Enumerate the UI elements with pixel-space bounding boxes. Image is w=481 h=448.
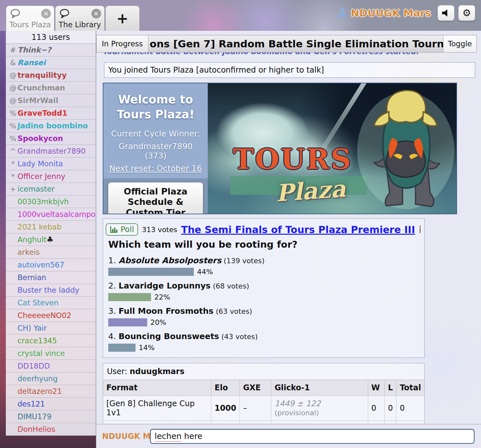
userlist-item[interactable]: +icemaster xyxy=(6,183,96,195)
tournament-bar: In Progress ons [Gen 7] Random Battle Si… xyxy=(96,35,477,53)
user-name: deerhyung xyxy=(18,374,58,383)
poll-option-votes: (43 votes) xyxy=(219,333,258,341)
user-name: 00303mkbjvh xyxy=(18,197,69,206)
settings-button[interactable]: ⚙ xyxy=(458,5,475,21)
userlist-item[interactable]: *Officer Jenny xyxy=(6,170,96,183)
userlist-item[interactable]: crace1345 xyxy=(6,335,96,347)
userlist-item[interactable]: %Jadino boombino xyxy=(6,120,96,132)
ladder-user-name: nduugkmars xyxy=(130,367,184,376)
tab-label: Tours Plaza xyxy=(9,20,51,29)
chat-message-input[interactable]: lechen here xyxy=(150,429,475,444)
close-icon[interactable]: ✕ xyxy=(41,9,51,18)
poll-option[interactable]: 1. Absolute Absolposters (139 votes)44% xyxy=(108,256,420,276)
poll-option[interactable]: 4. Bouncing Bounsweets (43 votes)14% xyxy=(108,332,420,352)
current-user-name: NDUUGK Mars xyxy=(351,7,431,19)
tournament-status-button[interactable]: In Progress xyxy=(97,35,148,52)
userlist-item[interactable]: ^Grandmaster7890 xyxy=(6,145,96,158)
user-name: icemaster xyxy=(18,185,54,193)
welcome-panel: Welcome to Tours Plaza! Current Cycle Wi… xyxy=(103,83,208,214)
user-rank-symbol: % xyxy=(8,122,18,130)
user-name: deltazero21 xyxy=(18,387,62,395)
battle-start-message: Tournament battle between Jadino boombin… xyxy=(103,52,470,57)
user-name: arkeis xyxy=(18,248,40,256)
poll-option[interactable]: 3. Full Moon Frosmoths (63 votes)20% xyxy=(108,306,420,326)
userlist-item[interactable]: autoiven567 xyxy=(6,259,96,271)
userlist-item[interactable]: 00303mkbjvh xyxy=(6,195,96,208)
userlist-item[interactable]: %Spookycon xyxy=(6,132,96,145)
ladder-column-header: Glicko-1 xyxy=(271,380,368,396)
user-area: NDUUGK Mars ⚙ xyxy=(336,5,475,21)
poll-options: 1. Absolute Absolposters (139 votes)44%2… xyxy=(106,256,420,352)
userlist-item[interactable]: Cat Steven xyxy=(6,297,96,309)
userlist-item[interactable]: deltazero21 xyxy=(6,385,96,398)
ladder-cell: 0 xyxy=(368,396,385,421)
userlist-item[interactable]: @tranquilityy xyxy=(6,69,96,82)
ladder-column-header: GXE xyxy=(240,380,271,396)
tournament-title: ons [Gen 7] Random Battle Single Elimina… xyxy=(148,35,443,52)
poll-option-percent: 14% xyxy=(139,344,155,352)
user-rank-symbol: % xyxy=(8,135,18,143)
userlist-count[interactable]: 113 users xyxy=(6,31,96,44)
userlist-item[interactable]: @Crunchman xyxy=(6,82,96,94)
user-name-suffix-icon: ♣ xyxy=(46,235,53,244)
ladder-cell: 0 xyxy=(385,396,396,421)
ladder-cell: 1000 xyxy=(211,396,240,421)
user-name: GraveTodd1 xyxy=(18,109,67,117)
userlist-item[interactable]: CheeeeeNO02 xyxy=(6,309,96,322)
tab-tours-plaza[interactable]: ✕ Tours Plaza xyxy=(6,6,54,31)
poll-after-link: is up! xyxy=(419,224,420,235)
userlist-item[interactable]: #Think~? xyxy=(6,44,96,56)
ladder-column-header: W xyxy=(368,380,385,396)
chat-log[interactable]: Tournament battle between Jadino boombin… xyxy=(96,52,476,423)
close-icon[interactable]: ✕ xyxy=(91,9,101,18)
userlist-item[interactable]: crystal vince xyxy=(6,347,96,360)
tab-the-library[interactable]: ✕ The Library xyxy=(55,6,105,31)
ladder-cell: 1449 ± 122 (provisional) xyxy=(271,396,368,421)
userlist-item[interactable]: DD18DD xyxy=(6,360,96,372)
userlist-item[interactable]: *Lady Monita xyxy=(6,158,96,170)
poll-badge: Poll xyxy=(106,223,138,236)
userlist-item[interactable]: %GraveTodd1 xyxy=(6,107,96,120)
sound-button[interactable] xyxy=(438,5,454,21)
user-name: Anghult xyxy=(18,235,46,244)
ladder-row: [Gen 8] Challenge Cup 1v11000–1449 ± 122… xyxy=(103,396,424,421)
ladder-column-header: L xyxy=(385,380,396,396)
user-name: Buster the laddy xyxy=(18,286,79,294)
userlist-item[interactable]: 1000vueltasalcampo xyxy=(6,208,96,221)
userlist-item[interactable]: 2021 kebab xyxy=(6,221,96,233)
new-tab-button[interactable]: + xyxy=(105,6,140,31)
poll-link[interactable]: The Semi Finals of Tours Plaza Premiere … xyxy=(181,224,415,235)
poll-option-percent: 44% xyxy=(197,268,213,276)
user-name: crystal vince xyxy=(18,349,65,358)
tournament-toggle-button[interactable]: Toggle xyxy=(443,35,476,52)
user-name: CheeeeeNO02 xyxy=(18,311,71,320)
userlist-item[interactable]: DIMU179 xyxy=(6,410,96,423)
schedule-button[interactable]: Official Plaza Schedule & Custom Tier sa… xyxy=(108,182,203,214)
userlist-item[interactable]: Buster the laddy xyxy=(6,284,96,297)
user-name: Jadino boombino xyxy=(18,122,88,130)
user-name: Officer Jenny xyxy=(18,172,65,181)
user-name: Think~? xyxy=(18,46,51,54)
userlist-item[interactable]: deerhyung xyxy=(6,372,96,385)
ladder-user-line: User: nduugkmars xyxy=(103,363,424,380)
userlist-item[interactable]: CH) Yair xyxy=(6,322,96,335)
userlist-item[interactable]: DonHelios xyxy=(6,423,96,436)
userlist-item[interactable]: @SirMrWail xyxy=(6,94,96,107)
userlist-item[interactable]: Bernian xyxy=(6,271,96,284)
bar-chart-icon xyxy=(110,226,118,233)
user-rank-symbol: % xyxy=(8,109,18,117)
user-name: Crunchman xyxy=(18,84,65,92)
user-name: tranquilityy xyxy=(18,71,67,79)
cycle-winner-label: Current Cycle Winner: xyxy=(107,129,205,138)
userlist-item[interactable]: Anghult♣ xyxy=(6,233,96,246)
poll-option[interactable]: 2. Lavaridge Lopunnys (68 votes)22% xyxy=(108,281,420,301)
poll-result-bar xyxy=(108,344,135,352)
current-user-button[interactable]: NDUUGK Mars xyxy=(336,6,431,19)
poll-total-votes: 313 votes xyxy=(142,226,177,234)
userlist-item[interactable]: des121 xyxy=(6,398,96,410)
userlist-item[interactable]: arkeis xyxy=(6,246,96,259)
user-name: Cat Steven xyxy=(18,299,59,307)
userlist-item[interactable]: &Ransei xyxy=(6,56,96,69)
poll-option-number: 4. xyxy=(108,332,119,341)
ladder-cell: 1377 xyxy=(211,421,240,424)
